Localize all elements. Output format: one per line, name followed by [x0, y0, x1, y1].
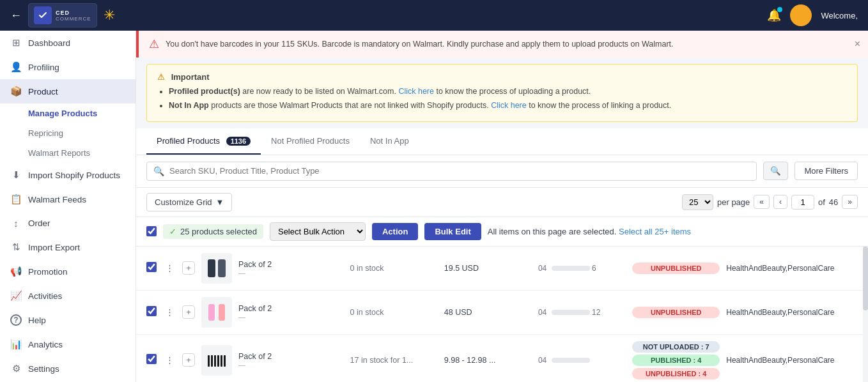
row-menu-2[interactable]: ⋮ — [163, 307, 176, 317]
first-page-button[interactable]: « — [754, 195, 770, 209]
customize-label: Customize Grid — [155, 197, 212, 207]
svg-rect-6 — [211, 355, 213, 367]
row-add-3[interactable]: + — [182, 353, 195, 367]
sidebar-subitem-repricing[interactable]: Repricing — [0, 123, 136, 143]
alert-warning-title: ⚠ Important — [157, 72, 847, 82]
product-status-2: UNPUBLISHED — [632, 307, 720, 318]
import-export-icon: ⇅ — [10, 241, 22, 253]
prev-page-button[interactable]: ‹ — [773, 195, 787, 209]
alert-error-close[interactable]: × — [855, 38, 860, 50]
bulk-edit-button[interactable]: Bulk Edit — [424, 223, 481, 240]
row-checkbox-1[interactable] — [146, 262, 157, 274]
navbar-right: 🔔 Welcome, — [767, 4, 858, 26]
sidebar-item-activities[interactable]: 📈 Activities — [0, 284, 136, 308]
svg-rect-4 — [219, 304, 225, 321]
sidebar-item-product[interactable]: 📦 Product — [0, 79, 136, 103]
page-number-input[interactable] — [791, 195, 814, 210]
product-category-2: HealthAndBeauty,PersonalCare — [726, 308, 858, 317]
per-page-select[interactable]: 25 — [682, 194, 713, 210]
pagination: 25 per page « ‹ of 46 » — [682, 194, 858, 210]
alert-link-click-here-1[interactable]: Click here — [398, 87, 434, 96]
total-pages-of: of — [818, 197, 825, 207]
svg-rect-9 — [221, 355, 222, 367]
next-page-button[interactable]: » — [842, 195, 858, 209]
selected-count-badge: ✓ 25 products selected — [163, 224, 263, 239]
sidebar-subitem-manage-products[interactable]: Manage Products — [0, 103, 136, 123]
settings-icon: ⚙ — [10, 363, 22, 374]
status-badge-unpublished-3: UNPUBLISHED : 4 — [632, 368, 720, 379]
sidebar-label-activities: Activities — [28, 291, 62, 301]
sidebar-item-import-export[interactable]: ⇅ Import Export — [0, 235, 136, 259]
sidebar-item-order[interactable]: ↕ Order — [0, 211, 136, 235]
sidebar-item-walmart-feeds[interactable]: 📋 Walmart Feeds — [0, 187, 136, 211]
search-submit-button[interactable]: 🔍 — [763, 162, 788, 180]
status-badge-unpublished-2: UNPUBLISHED — [632, 307, 720, 318]
search-box: 🔍 — [146, 162, 757, 181]
sidebar-item-import-shopify[interactable]: ⬇ Import Shopify Products — [0, 163, 136, 187]
sidebar-label-profiling: Profiling — [28, 63, 59, 72]
alert-warning-item2: Not In App products are those Walmart Pr… — [169, 100, 847, 112]
notification-bell[interactable]: 🔔 — [767, 8, 781, 22]
svg-rect-7 — [214, 355, 216, 367]
row-add-2[interactable]: + — [182, 305, 195, 319]
status-badge-unpublished-1: UNPUBLISHED — [632, 263, 720, 274]
row-menu-1[interactable]: ⋮ — [163, 263, 176, 273]
tab-not-in-app[interactable]: Not In App — [360, 128, 419, 155]
sidebar-subitem-walmart-reports[interactable]: Walmart Reports — [0, 143, 136, 163]
more-filters-label: More Filters — [804, 166, 848, 176]
sidebar-item-settings[interactable]: ⚙ Settings — [0, 356, 136, 381]
product-table: ⋮ + Pack of 2 — 0 in stock 19.5 USD 04 — [136, 247, 868, 383]
svg-rect-10 — [224, 355, 226, 367]
sidebar-label-walmart-feeds: Walmart Feeds — [28, 195, 86, 204]
svg-rect-3 — [208, 304, 215, 321]
select-all-message: All items on this page are selected. Sel… — [488, 227, 691, 236]
svg-rect-2 — [218, 259, 226, 277]
more-filters-button[interactable]: More Filters — [794, 162, 858, 180]
product-price-3: 9.98 - 12.98 ... — [444, 356, 532, 365]
sidebar-label-analytics: Analytics — [28, 340, 63, 349]
product-stock-1: 0 in stock — [350, 264, 438, 273]
sidebar-item-analytics[interactable]: 📊 Analytics — [0, 332, 136, 356]
scrollbar-thumb[interactable] — [863, 247, 868, 310]
row-checkbox-3[interactable] — [146, 354, 157, 366]
alert-error-bar: ⚠ You don't have barcodes in your 115 SK… — [136, 31, 868, 57]
back-button[interactable]: ← — [10, 9, 22, 22]
sidebar-label-product: Product — [28, 87, 58, 96]
row-checkbox-2[interactable] — [146, 306, 157, 318]
product-col4-2: 04 12 — [538, 308, 626, 317]
tab-profiled-products[interactable]: Profiled Products 1136 — [146, 128, 261, 155]
product-category-3: HealthAndBeauty,PersonalCare — [726, 356, 858, 365]
help-icon: ? — [10, 314, 22, 326]
sidebar-item-dashboard[interactable]: ⊞ Dashboard — [0, 31, 136, 55]
bulk-action-select[interactable]: Select Bulk Action — [270, 222, 366, 241]
action-button[interactable]: Action — [372, 223, 418, 240]
order-icon: ↕ — [10, 218, 22, 229]
row-menu-3[interactable]: ⋮ — [163, 355, 176, 365]
sidebar-item-promotion[interactable]: 📢 Promotion — [0, 259, 136, 284]
logo-box: CED COMMERCE — [28, 3, 97, 27]
error-icon: ⚠ — [149, 37, 159, 51]
status-badge-not-uploaded: NOT UPLOADED : 7 — [632, 341, 720, 353]
walmart-feeds-icon: 📋 — [10, 194, 22, 205]
main-layout: ⊞ Dashboard 👤 Profiling 📦 Product Manage… — [0, 31, 868, 382]
alert-error-text: You don't have barcodes in your 115 SKUs… — [166, 40, 674, 49]
product-price-2: 48 USD — [444, 308, 532, 317]
sidebar-item-help[interactable]: ? Help — [0, 308, 136, 332]
dashboard-icon: ⊞ — [10, 37, 22, 49]
table-row: ⋮ + Pack of 2 — 17 in stock — [136, 335, 868, 383]
bulk-action-bar: ✓ 25 products selected Select Bulk Actio… — [136, 217, 868, 247]
content-area: ⚠ You don't have barcodes in your 115 SK… — [136, 31, 868, 382]
warning-icon: ⚠ — [157, 72, 165, 82]
search-input[interactable] — [169, 166, 750, 176]
row-add-1[interactable]: + — [182, 261, 195, 275]
select-all-link[interactable]: Select all 25+ items — [619, 227, 691, 236]
total-pages: 46 — [829, 197, 838, 207]
svg-rect-8 — [217, 355, 219, 367]
tab-not-profiled[interactable]: Not Profiled Products — [261, 128, 360, 155]
select-all-checkbox[interactable] — [146, 226, 157, 236]
scrollbar-track[interactable] — [863, 247, 868, 383]
alert-link-click-here-2[interactable]: Click here — [491, 101, 527, 110]
sidebar-item-profiling[interactable]: 👤 Profiling — [0, 55, 136, 79]
customize-grid-button[interactable]: Customize Grid ▼ — [146, 193, 232, 211]
alert-warning-list: Profiled product(s) are now ready to be … — [157, 86, 847, 112]
